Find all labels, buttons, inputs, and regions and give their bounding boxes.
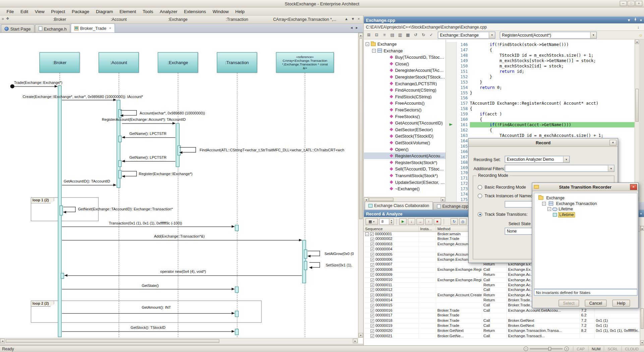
message-label[interactable]: GetAccountID(): TAccountID [64, 179, 110, 183]
tree-item-lifetime[interactable]: -Lifetime [534, 206, 637, 212]
row-checkbox[interactable]: ✓ [370, 309, 374, 312]
tree-item-method[interactable]: Close() [364, 60, 446, 67]
row-checkbox[interactable]: ✓ [370, 288, 374, 292]
message-label[interactable]: Add(Exchange::Transaction*&) [154, 234, 204, 238]
tree-item-class[interactable]: - Exchange [364, 47, 446, 54]
tree-item-method[interactable]: Open() [364, 146, 446, 153]
close-icon[interactable]: × [640, 212, 642, 215]
scroll-down-icon[interactable]: ▼ [351, 17, 355, 21]
split-view-icon[interactable]: ▥ [396, 32, 404, 38]
menu-item-extensions[interactable]: Extensions [181, 8, 210, 15]
menu-item-edit[interactable]: Edit [17, 8, 32, 15]
tree-item-method[interactable]: Buy(TAccountID, TStockID, U... [364, 54, 446, 60]
str-dialog-titlebar[interactable]: State Transition Recorder × [532, 183, 638, 191]
tab-broker-trade[interactable]: Broker_Trade× [71, 23, 115, 33]
additional-filters-combobox[interactable]: ▼ [505, 165, 614, 172]
lifeline-head[interactable]: :Account [99, 52, 139, 73]
tree-item-method[interactable]: FindAccount(CString) [364, 87, 446, 93]
tree-item-method[interactable]: FindStock(CString) [364, 93, 446, 100]
tree-item-package[interactable]: - Exchange [364, 41, 446, 47]
track-instances-radio[interactable]: Track Instances of Named [478, 194, 532, 198]
row-checkbox[interactable]: ✓ [370, 243, 374, 246]
scroll-up-icon[interactable]: ▲ [359, 33, 363, 37]
row-checkbox[interactable]: ✓ [370, 319, 374, 322]
close-icon[interactable]: × [609, 140, 617, 146]
chevron-down-icon[interactable]: ▼ [563, 156, 569, 162]
recording-set-combobox[interactable]: Execution Analyzer Demo ▼ [505, 156, 570, 163]
message-label[interactable]: Transaction(0x1 (1), 0x1 (1), 0xffffff9c… [109, 221, 182, 225]
tab-exchange-h[interactable]: Exchange.h [35, 24, 70, 33]
menu-item-analyzer[interactable]: Analyzer [157, 8, 181, 15]
zoom-out-icon[interactable]: − [524, 347, 528, 351]
tree-item-method[interactable]: RegisterStock(Stock*) [364, 159, 446, 166]
tree-item-method[interactable]: TransmitStock(Stock*) [364, 172, 446, 179]
step-into-button[interactable]: ↓ [408, 218, 415, 225]
scrollbar-thumb[interactable] [635, 89, 639, 122]
chevron-down-icon[interactable]: ▼ [489, 32, 495, 38]
cancel-button[interactable]: Cancel [585, 300, 606, 307]
message-label[interactable]: GetName(): LPCTSTR [129, 132, 167, 136]
message-label[interactable]: Account(wchar*, 0x989680 (10000000)) [140, 111, 205, 115]
menu-item-element[interactable]: Element [116, 8, 139, 15]
depth-stepper[interactable]: 8 ▲▼ [379, 218, 394, 225]
row-checkbox[interactable]: ✓ [370, 314, 374, 317]
redo-icon[interactable]: ↻ [420, 32, 427, 38]
tree-item-exchange[interactable]: Exchange [534, 195, 637, 201]
table-row[interactable]: ✓00000021Broker.GetNe...CallExchange.Tra… [364, 334, 640, 339]
table-row[interactable]: ✓00000020Broker.GetNextReturnExchange.Tr… [364, 329, 640, 334]
collapse-icon[interactable]: - [547, 207, 551, 211]
goto-line-icon[interactable]: ↓ [635, 23, 642, 30]
tab-scroll-left-icon[interactable]: ◄ [350, 26, 353, 30]
message-label[interactable]: Create(Exchange::IExchange*, wchar*, 0x9… [22, 95, 143, 99]
pin-icon[interactable]: ❖ [6, 16, 9, 21]
details-view-icon[interactable]: ▤ [389, 32, 396, 38]
message-label[interactable]: FindAccount(ATL::CStringT<wchar_t,StrTra… [199, 148, 344, 152]
tree-item-method[interactable]: ~Exchange() [364, 186, 446, 192]
tab-exchange-cpp[interactable]: Exchange.cpp [433, 202, 472, 210]
basic-recording-mode-radio[interactable]: Basic Recording Mode [478, 185, 526, 189]
collapse-all-icon[interactable]: ⊟ [373, 32, 380, 38]
scroll-down-icon[interactable]: ▼ [359, 333, 363, 337]
radio-icon[interactable] [478, 194, 482, 198]
menu-item-package[interactable]: Package [68, 8, 93, 15]
table-row[interactable]: ✓00000019Broker.TradeCallBroker.GetNext7… [364, 323, 640, 329]
close-icon[interactable]: × [630, 184, 637, 190]
chevron-down-icon[interactable]: ▼ [627, 18, 631, 22]
tree-item-method[interactable]: GetStock(TStockID) [364, 133, 446, 140]
tree-item-method[interactable]: FreeAccounts() [364, 100, 446, 107]
select-button[interactable]: Select [559, 300, 579, 307]
row-checkbox[interactable]: ✓ [370, 232, 374, 236]
tree-item-method[interactable]: FreeSectors() [364, 106, 446, 113]
lifeline-head[interactable]: «reference»CArray<Exchange.Transaction*,… [276, 52, 334, 73]
row-checkbox[interactable]: ✓ [370, 248, 374, 251]
scrollbar-thumb[interactable] [359, 38, 363, 219]
tab-scroll-right-icon[interactable]: ► [355, 26, 359, 30]
tree-item-method[interactable]: DeregisterAccount(TAccountI... [364, 67, 446, 74]
row-checkbox[interactable]: ✓ [370, 263, 374, 266]
zoom-slider-thumb[interactable] [548, 347, 551, 351]
tree-item-method[interactable]: RegisterAccount(Account*) [364, 153, 446, 159]
radio-icon[interactable] [478, 185, 482, 189]
sequence-diagram-canvas[interactable]: loop 1 (2)loop 2 (2):Broker:Account:Exch… [0, 33, 358, 338]
row-checkbox[interactable]: ✓ [370, 253, 374, 256]
row-checkbox[interactable]: ✓ [370, 304, 374, 307]
member-combobox[interactable]: RegisterAccount(Account*) ▼ [500, 32, 597, 39]
tree-item-method[interactable]: FreeStocks() [364, 113, 446, 120]
message-label[interactable]: Trade(Exchange::Exchange*) [14, 81, 62, 85]
diagram-vertical-scrollbar[interactable]: ▲ ▼ [358, 33, 363, 338]
column-header[interactable]: Sequence [364, 226, 419, 232]
stop-button[interactable]: ■ [434, 218, 441, 225]
view-mode-dropdown[interactable]: ▦▼ [365, 218, 378, 225]
scroll-up-icon[interactable]: ▲ [345, 17, 348, 21]
tree-item-method[interactable]: GetAccount(TAccountID) [364, 120, 446, 127]
menu-item-tools[interactable]: Tools [139, 8, 157, 15]
play-button[interactable]: ▶ [399, 218, 407, 225]
row-checkbox[interactable]: ✓ [370, 273, 374, 277]
chevron-right-icon[interactable]: » [2, 16, 4, 21]
list-view-icon[interactable]: ≡ [381, 32, 388, 38]
step-over-button[interactable]: → [416, 218, 424, 225]
message-label[interactable]: Register(Exchange::IExchange*) [139, 172, 192, 176]
collapse-icon[interactable]: - [365, 42, 369, 46]
row-checkbox[interactable]: ✓ [370, 258, 374, 261]
row-checkbox[interactable]: ✓ [370, 294, 374, 297]
